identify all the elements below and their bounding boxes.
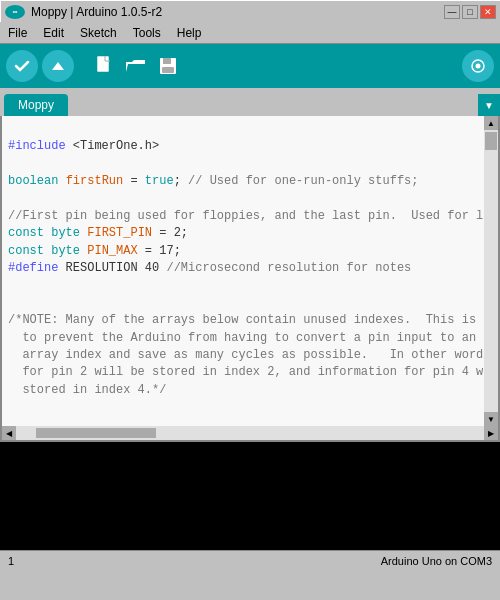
scroll-left-arrow[interactable]: ◀ (2, 426, 16, 440)
new-file-button[interactable] (90, 52, 118, 80)
scroll-track (484, 130, 498, 412)
save-file-button[interactable] (154, 52, 182, 80)
menu-tools[interactable]: Tools (129, 24, 165, 42)
scroll-thumb[interactable] (485, 132, 497, 150)
svg-rect-3 (163, 58, 171, 64)
scroll-down-arrow[interactable]: ▼ (484, 412, 498, 426)
maximize-button[interactable]: □ (462, 5, 478, 19)
window-title: Moppy | Arduino 1.0.5-r2 (31, 5, 162, 19)
svg-marker-0 (52, 62, 64, 70)
tab-moppy[interactable]: Moppy (4, 94, 68, 116)
minimize-button[interactable]: — (444, 5, 460, 19)
console-output (0, 442, 500, 550)
svg-point-6 (476, 64, 481, 69)
svg-rect-4 (162, 67, 174, 73)
port-info: Arduino Uno on COM3 (381, 555, 492, 567)
h-scroll-thumb[interactable] (36, 428, 156, 438)
menu-file[interactable]: File (4, 24, 31, 42)
close-button[interactable]: ✕ (480, 5, 496, 19)
h-scroll-track (16, 426, 484, 440)
menu-bar: File Edit Sketch Tools Help (0, 22, 500, 44)
title-bar-left: ∞ Moppy | Arduino 1.0.5-r2 (5, 5, 162, 19)
code-editor[interactable]: #include <TimerOne.h> boolean firstRun =… (2, 116, 484, 426)
scroll-up-arrow[interactable]: ▲ (484, 116, 498, 130)
open-file-button[interactable] (122, 52, 150, 80)
vertical-scrollbar[interactable]: ▲ ▼ (484, 116, 498, 426)
menu-help[interactable]: Help (173, 24, 206, 42)
serial-monitor-button[interactable] (462, 50, 494, 82)
status-bar: 1 Arduino Uno on COM3 (0, 550, 500, 570)
svg-rect-1 (97, 56, 109, 72)
title-bar: ∞ Moppy | Arduino 1.0.5-r2 — □ ✕ (0, 0, 500, 22)
verify-button[interactable] (6, 50, 38, 82)
editor-area: #include <TimerOne.h> boolean firstRun =… (0, 116, 500, 442)
scroll-right-arrow[interactable]: ▶ (484, 426, 498, 440)
tab-dropdown-button[interactable]: ▼ (478, 94, 500, 116)
arduino-logo-icon: ∞ (5, 5, 25, 19)
menu-sketch[interactable]: Sketch (76, 24, 121, 42)
upload-button[interactable] (42, 50, 74, 82)
tab-bar: Moppy ▼ (0, 88, 500, 116)
menu-edit[interactable]: Edit (39, 24, 68, 42)
toolbar (0, 44, 500, 88)
horizontal-scrollbar[interactable]: ◀ ▶ (2, 426, 498, 440)
line-number: 1 (8, 555, 14, 567)
window-controls: — □ ✕ (444, 5, 496, 19)
